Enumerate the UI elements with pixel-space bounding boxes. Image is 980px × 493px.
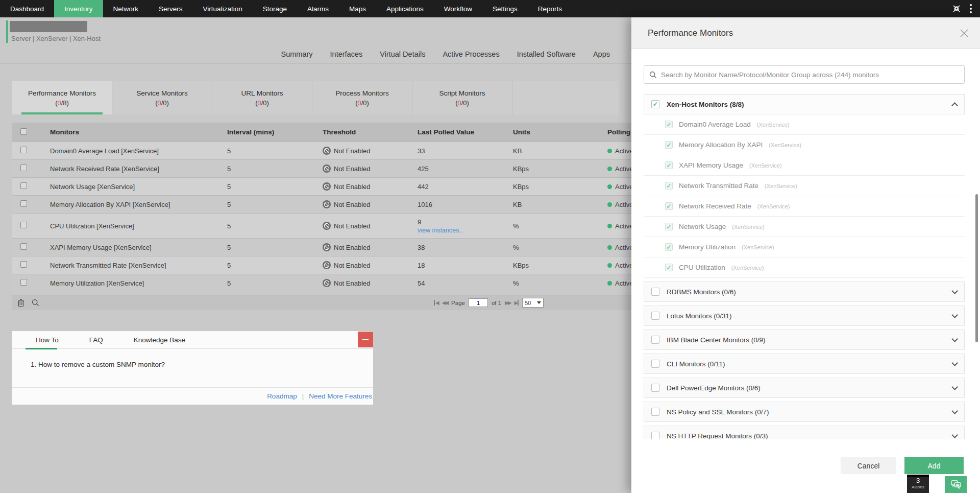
group-checkbox-unchecked[interactable] bbox=[651, 360, 659, 368]
chevron-down-icon[interactable] bbox=[951, 408, 958, 414]
panel-scrollbar[interactable] bbox=[975, 194, 978, 342]
monitor-checkbox-checked[interactable]: ✓ bbox=[665, 264, 673, 271]
panel-monitor-group-collapsed[interactable]: CLI Monitors (0/11) bbox=[644, 354, 965, 374]
roadmap-link[interactable]: Roadmap bbox=[267, 392, 297, 400]
nav-item-workflow[interactable]: Workflow bbox=[434, 0, 482, 17]
chevron-down-icon[interactable] bbox=[951, 432, 958, 438]
tab-how-to[interactable]: How To bbox=[36, 336, 59, 344]
page-number-input[interactable] bbox=[469, 298, 488, 307]
monitor-checkbox-checked[interactable]: ✓ bbox=[665, 161, 673, 169]
tab-script-monitors[interactable]: Script Monitors (0/0) bbox=[412, 81, 512, 114]
row-checkbox[interactable] bbox=[20, 222, 27, 228]
cancel-button[interactable]: Cancel bbox=[841, 457, 896, 474]
tab-apps[interactable]: Apps bbox=[593, 50, 610, 58]
next-page-icon[interactable]: ▶▶ bbox=[505, 300, 510, 306]
monitor-checkbox-checked[interactable]: ✓ bbox=[665, 182, 673, 190]
tab-service-monitors[interactable]: Service Monitors (0/0) bbox=[112, 81, 212, 114]
not-enabled-icon bbox=[323, 182, 331, 191]
monitor-checkbox-checked[interactable]: ✓ bbox=[665, 202, 673, 210]
close-panel-icon[interactable] bbox=[960, 29, 969, 38]
threshold-status: Not Enabled bbox=[334, 147, 371, 155]
tab-process-monitors[interactable]: Process Monitors (0/0) bbox=[312, 81, 412, 114]
row-checkbox[interactable] bbox=[20, 261, 27, 268]
chevron-down-icon[interactable] bbox=[951, 384, 958, 390]
last-page-icon[interactable]: ▶ bbox=[514, 300, 519, 306]
panel-monitor-group-collapsed[interactable]: NS Policy and SSL Monitors (0/7) bbox=[644, 402, 965, 422]
tab-url-monitors[interactable]: URL Monitors (0/0) bbox=[212, 81, 312, 114]
collapse-fullscreen-icon[interactable] bbox=[952, 5, 961, 13]
tab-knowledge-base[interactable]: Knowledge Base bbox=[134, 336, 185, 344]
tab-performance-monitors[interactable]: Performance Monitors (0/8) bbox=[12, 81, 112, 114]
panel-monitor-group-collapsed[interactable]: Dell PowerEdge Monitors (0/6) bbox=[644, 378, 965, 398]
more-options-icon[interactable] bbox=[970, 4, 972, 13]
search-table-icon[interactable] bbox=[32, 299, 39, 307]
group-checkbox-unchecked[interactable] bbox=[651, 312, 659, 320]
select-all-checkbox[interactable] bbox=[20, 128, 27, 135]
monitor-item-protocol: (XenService) bbox=[757, 203, 790, 209]
group-checkbox-unchecked[interactable] bbox=[651, 408, 659, 416]
nav-item-inventory[interactable]: Inventory bbox=[54, 0, 103, 17]
chevron-down-icon[interactable] bbox=[951, 288, 958, 294]
panel-monitor-group-collapsed[interactable]: IBM Blade Center Monitors (0/9) bbox=[644, 330, 965, 350]
select-arrow-icon bbox=[537, 301, 541, 304]
monitor-checkbox-checked[interactable]: ✓ bbox=[665, 243, 673, 251]
nav-item-storage[interactable]: Storage bbox=[253, 0, 297, 17]
page-size-select[interactable]: 50 bbox=[522, 298, 544, 308]
group-checkbox-unchecked[interactable] bbox=[651, 384, 659, 392]
chevron-up-icon[interactable] bbox=[951, 102, 958, 109]
nav-item-dashboard[interactable]: Dashboard bbox=[0, 0, 54, 17]
device-name-redacted bbox=[10, 21, 87, 32]
nav-item-applications[interactable]: Applications bbox=[376, 0, 434, 17]
threshold-cell: Not Enabled bbox=[323, 147, 418, 155]
nav-item-virtualization[interactable]: Virtualization bbox=[193, 0, 253, 17]
tab-summary[interactable]: Summary bbox=[281, 50, 313, 58]
group-checkbox-unchecked[interactable] bbox=[651, 288, 659, 296]
monitor-search-input[interactable] bbox=[661, 71, 959, 79]
nav-item-maps[interactable]: Maps bbox=[339, 0, 376, 17]
collapse-help-button[interactable] bbox=[358, 332, 373, 347]
group-label: Lotus Monitors (0/31) bbox=[667, 312, 732, 320]
group-xen-host-monitors[interactable]: ✓ Xen-Host Monitors (8/8) bbox=[644, 94, 965, 114]
not-enabled-icon bbox=[323, 261, 331, 269]
panel-monitor-group-collapsed[interactable]: RDBMS Monitors (0/6) bbox=[644, 281, 965, 302]
nav-item-alarms[interactable]: Alarms bbox=[297, 0, 339, 17]
row-checkbox[interactable] bbox=[20, 182, 27, 189]
panel-monitor-group-collapsed[interactable]: Lotus Monitors (0/31) bbox=[644, 306, 965, 326]
add-button[interactable]: Add bbox=[904, 457, 964, 474]
help-question-link[interactable]: 1. How to remove a custom SNMP monitor? bbox=[31, 361, 165, 368]
chevron-down-icon[interactable] bbox=[951, 336, 958, 342]
row-checkbox[interactable] bbox=[20, 200, 27, 207]
threshold-cell: Not Enabled bbox=[323, 165, 418, 173]
tab-active-processes[interactable]: Active Processes bbox=[443, 50, 499, 58]
row-checkbox[interactable] bbox=[20, 279, 27, 286]
view-instances-link[interactable]: view instances.. bbox=[418, 227, 513, 234]
nav-item-reports[interactable]: Reports bbox=[528, 0, 572, 17]
chevron-down-icon[interactable] bbox=[951, 360, 958, 366]
delete-icon[interactable] bbox=[17, 299, 24, 307]
tab-installed-software[interactable]: Installed Software bbox=[517, 50, 576, 58]
nav-item-servers[interactable]: Servers bbox=[149, 0, 193, 17]
not-enabled-icon bbox=[323, 222, 331, 230]
first-page-icon[interactable]: ◀ bbox=[434, 300, 438, 306]
prev-page-icon[interactable]: ◀◀ bbox=[442, 300, 448, 306]
chevron-down-icon[interactable] bbox=[951, 312, 958, 318]
need-more-features-link[interactable]: Need More Features bbox=[309, 392, 372, 400]
group-checkbox-unchecked[interactable] bbox=[651, 336, 659, 344]
group-checkbox-checked[interactable]: ✓ bbox=[651, 100, 659, 108]
monitor-checkbox-checked[interactable]: ✓ bbox=[665, 141, 673, 149]
nav-item-network[interactable]: Network bbox=[103, 0, 149, 17]
monitor-checkbox-checked[interactable]: ✓ bbox=[665, 223, 673, 230]
units-value: KBps bbox=[513, 262, 607, 269]
monitor-checkbox-checked[interactable]: ✓ bbox=[665, 121, 673, 128]
row-checkbox[interactable] bbox=[20, 147, 27, 153]
nav-item-settings[interactable]: Settings bbox=[482, 0, 528, 17]
alarms-badge[interactable]: 3 Alarms bbox=[907, 475, 929, 493]
tab-virtual-details[interactable]: Virtual Details bbox=[380, 50, 425, 58]
row-checkbox[interactable] bbox=[20, 243, 27, 250]
row-checkbox[interactable] bbox=[20, 165, 27, 171]
tab-faq[interactable]: FAQ bbox=[89, 336, 103, 344]
panel-monitor-group-collapsed[interactable]: NS HTTP Request Monitors (0/3) bbox=[644, 426, 965, 439]
chat-support-button[interactable] bbox=[945, 476, 967, 493]
group-checkbox-unchecked[interactable] bbox=[651, 432, 659, 439]
tab-interfaces[interactable]: Interfaces bbox=[330, 50, 363, 58]
